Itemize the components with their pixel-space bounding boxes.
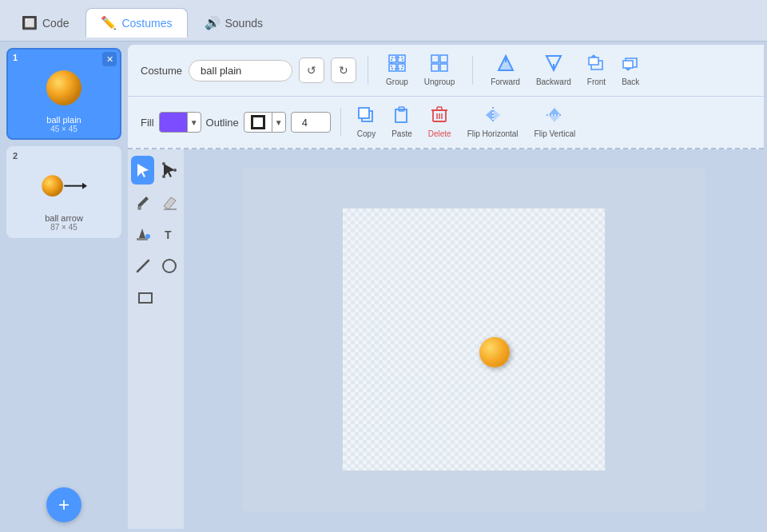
svg-rect-24: [623, 61, 633, 68]
copy-button[interactable]: Copy: [351, 103, 382, 141]
ellipse-tool[interactable]: [157, 252, 181, 280]
paste-button[interactable]: Paste: [385, 103, 419, 141]
svg-rect-19: [589, 58, 598, 65]
costume-name-input[interactable]: [189, 60, 292, 81]
flip-vertical-button[interactable]: Flip Vertical: [528, 103, 582, 141]
svg-point-49: [137, 206, 141, 210]
costume-name-2: ball arrow: [13, 213, 115, 223]
svg-line-54: [137, 260, 149, 272]
ball-plain-svg: [44, 68, 84, 108]
costume-label: Costume: [141, 65, 182, 77]
fill-dropdown-arrow[interactable]: ▼: [187, 112, 201, 133]
svg-rect-5: [398, 55, 405, 62]
svg-point-1: [42, 175, 63, 197]
reshape-tool[interactable]: [157, 156, 181, 185]
add-costume-button[interactable]: +: [46, 487, 81, 522]
svg-marker-39: [486, 109, 492, 121]
costume-num-1: 1: [13, 53, 18, 62]
divider-2: [472, 56, 473, 85]
front-button[interactable]: Front: [581, 51, 612, 89]
svg-rect-8: [391, 58, 403, 69]
rotate-right-button[interactable]: ↻: [331, 58, 356, 83]
flip-v-icon: [546, 106, 563, 128]
svg-point-55: [163, 260, 176, 272]
backward-label: Backward: [536, 77, 571, 86]
toolbar-second: Fill ▼ Outline ▼ Copy: [128, 97, 764, 149]
outline-color-group: ▼: [244, 112, 286, 133]
forward-button[interactable]: Forward: [484, 51, 527, 89]
select-tool[interactable]: [131, 156, 154, 185]
rotate-left-button[interactable]: ↺: [299, 58, 324, 83]
copy-label: Copy: [357, 129, 376, 138]
back-icon: [622, 54, 639, 76]
canvas-container[interactable]: [184, 149, 764, 529]
svg-rect-56: [139, 293, 152, 303]
delete-costume-1-button[interactable]: ✕: [102, 52, 117, 66]
stroke-width-input[interactable]: [291, 112, 331, 133]
svg-rect-10: [440, 55, 447, 62]
svg-rect-11: [431, 64, 439, 71]
line-tool[interactable]: [131, 252, 154, 280]
divider-3: [340, 108, 341, 137]
fill-label: Fill: [141, 117, 154, 129]
divider-1: [368, 56, 368, 85]
rect-tool[interactable]: [131, 284, 160, 312]
tool-row-5: [131, 284, 181, 312]
costume-item-2[interactable]: 2: [6, 146, 121, 238]
svg-rect-4: [389, 55, 396, 62]
eraser-tool[interactable]: [157, 188, 181, 216]
outline-color-picker[interactable]: [244, 112, 272, 133]
brush-tool[interactable]: [131, 188, 154, 216]
costume-item-1[interactable]: 1 ✕ ball plai: [6, 48, 121, 140]
outline-dropdown-arrow[interactable]: ▼: [272, 112, 286, 133]
svg-rect-9: [431, 55, 439, 62]
costume-preview-1: [32, 64, 96, 112]
canvas-inner[interactable]: [342, 208, 606, 471]
svg-rect-6: [389, 64, 396, 71]
paste-label: Paste: [391, 129, 412, 138]
tab-sounds[interactable]: 🔊 Sounds: [189, 8, 278, 38]
tab-sounds-label: Sounds: [225, 17, 263, 30]
back-label: Back: [622, 77, 639, 86]
delete-button[interactable]: Delete: [422, 103, 458, 141]
costume-size-2: 87 × 45: [13, 223, 115, 232]
svg-text:T: T: [165, 228, 172, 241]
fill-tool[interactable]: [131, 220, 154, 248]
tool-row-3: T: [131, 220, 181, 248]
forward-icon: [497, 54, 515, 76]
forward-label: Forward: [491, 77, 520, 86]
svg-marker-44: [137, 164, 149, 177]
delete-icon: [431, 106, 448, 128]
flip-horizontal-button[interactable]: Flip Horizontal: [461, 103, 525, 141]
tool-row-1: [131, 156, 181, 185]
tab-costumes[interactable]: ✏️ Costumes: [85, 8, 187, 38]
outline-square-preview: [251, 115, 265, 129]
svg-point-0: [46, 70, 81, 105]
costume-size-1: 45 × 45: [13, 125, 115, 133]
backward-button[interactable]: Backward: [530, 51, 578, 89]
ungroup-button[interactable]: Ungroup: [418, 51, 461, 89]
ungroup-label: Ungroup: [424, 77, 455, 86]
front-label: Front: [587, 77, 606, 86]
fill-color-group: ▼: [159, 112, 201, 133]
svg-point-48: [162, 175, 165, 178]
ball-arrow-svg: [36, 174, 92, 198]
svg-rect-29: [359, 108, 369, 118]
group-button[interactable]: Group: [380, 51, 415, 89]
svg-point-52: [145, 234, 150, 239]
outline-label: Outline: [206, 117, 239, 129]
text-tool[interactable]: T: [157, 220, 181, 248]
edit-tool-group: Copy Paste Delete: [351, 103, 582, 141]
fill-color-picker[interactable]: [159, 112, 188, 133]
back-button[interactable]: Back: [615, 51, 646, 89]
tab-costumes-label: Costumes: [121, 17, 172, 30]
tab-code-label: Code: [42, 17, 69, 30]
svg-rect-12: [440, 64, 447, 71]
arrange-tool-group: Forward Backward Front: [484, 51, 646, 89]
svg-marker-45: [164, 164, 175, 177]
flip-h-icon: [484, 106, 502, 128]
tool-row-2: [131, 188, 181, 216]
sounds-icon: 🔊: [205, 15, 221, 30]
svg-rect-51: [137, 238, 148, 240]
tab-code[interactable]: 🔲 Code: [6, 8, 84, 38]
